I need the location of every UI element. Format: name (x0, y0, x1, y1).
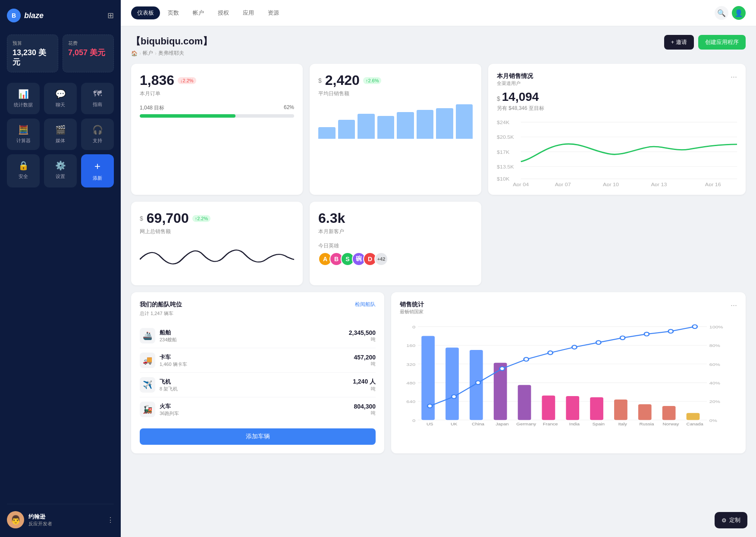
avg-sales-label: 平均日销售额 (318, 90, 473, 97)
svg-text:Germany: Germany (516, 422, 536, 427)
wave-svg (140, 242, 294, 277)
svg-text:Japan: Japan (496, 422, 508, 427)
search-button[interactable]: 🔍 (715, 6, 728, 20)
avg-sales-card: $ 2,420 ↑2.6% 平均日销售额 (310, 64, 481, 195)
tab-dashboard[interactable]: 仪表板 (131, 6, 160, 19)
svg-text:40%: 40% (709, 381, 720, 385)
orders-progress-bar (140, 114, 294, 118)
svg-text:Apr 16: Apr 16 (705, 182, 721, 186)
fleet-item-left: 🚢 船舶 234艘船 (140, 328, 177, 343)
stats-row-2: $ 69,700 ↑2.2% 网上总销售额 6.3k 本月新客户 (131, 202, 746, 285)
bar-mini (436, 108, 453, 139)
sidebar-item-settings[interactable]: ⚙️ 设置 (44, 154, 77, 187)
orders-label: 本月订单 (140, 90, 294, 97)
sidebar-settings-icon[interactable]: ⊞ (107, 11, 114, 20)
heroes-label: 今日英雄 (318, 242, 473, 250)
sidebar-item-chat[interactable]: 💬 聊天 (44, 83, 77, 114)
sales-stats-card: 销售统计 最畅销国家 ··· 0%020%64040%48060%32080%1… (391, 292, 746, 453)
fleet-add-button[interactable]: 添加车辆 (140, 428, 376, 445)
svg-text:480: 480 (406, 381, 415, 385)
sidebar-item-add[interactable]: + 添新 (81, 154, 114, 187)
create-app-button[interactable]: 创建应用程序 (698, 35, 746, 50)
fleet-item-icon: 🚂 (140, 402, 155, 417)
fleet-link[interactable]: 检阅船队 (355, 301, 376, 309)
svg-rect-47 (590, 397, 603, 420)
fleet-item-icon: 🚢 (140, 328, 155, 343)
svg-text:$17K: $17K (497, 150, 510, 155)
sidebar-item-media[interactable]: 🎬 媒体 (44, 119, 77, 150)
sidebar-item-stats[interactable]: 📊 统计数据 (7, 83, 40, 114)
sales-stats-more[interactable]: ··· (731, 301, 737, 320)
svg-text:Spain: Spain (593, 422, 605, 427)
svg-text:$10K: $10K (497, 177, 510, 181)
tab-resources[interactable]: 资源 (262, 6, 285, 19)
calculator-icon: 🧮 (18, 125, 29, 135)
expenses-card: 花费 7,057 美元 (63, 34, 114, 72)
fleet-items: 🚢 船舶 234艘船 2,345,500 吨 🚚 卡车 1,460 辆卡车 45… (140, 324, 376, 421)
tab-apps[interactable]: 应用 (237, 6, 260, 19)
avg-sales-badge: ↑2.6% (363, 77, 382, 84)
fleet-item-right: 457,200 吨 (354, 354, 376, 367)
fleet-item-right: 804,300 吨 (354, 403, 376, 416)
invite-button[interactable]: + 邀请 (664, 35, 694, 50)
fleet-item-sub: 234艘船 (160, 337, 177, 343)
monthly-sales-header: 本月销售情况 全渠道用户 ··· (497, 72, 737, 87)
breadcrumb-current: 奥弗维耶夫 (158, 50, 184, 57)
svg-rect-51 (638, 404, 652, 420)
monthly-sales-more[interactable]: ··· (731, 72, 737, 81)
monthly-sales-header-left: 本月销售情况 全渠道用户 (497, 72, 533, 87)
breadcrumb: 🏠 › 帐户 › 奥弗维耶夫 (131, 50, 212, 57)
tab-auth[interactable]: 授权 (212, 6, 235, 19)
heroes-section: 今日英雄 ABS碗D+42 (318, 242, 473, 266)
sidebar-bottom: 👨 约翰逊 反应开发者 ⋮ (7, 504, 114, 528)
svg-text:80%: 80% (709, 343, 720, 348)
fleet-item-info: 火车 36跑列车 (160, 403, 179, 417)
page-actions: + 邀请 创建应用程序 (664, 35, 746, 50)
svg-rect-39 (494, 363, 507, 420)
tab-pages[interactable]: 页数 (162, 6, 185, 19)
fleet-item-right: 2,345,500 吨 (349, 329, 376, 343)
fleet-item-unit: 吨 (354, 361, 376, 367)
avg-sales-header: $ 2,420 ↑2.6% (318, 72, 473, 88)
sidebar-item-calculator[interactable]: 🧮 计算器 (7, 119, 40, 150)
sales-stats-svg: 0%020%64040%48060%32080%160100%0USUKChin… (400, 322, 737, 434)
svg-point-64 (596, 340, 601, 344)
monthly-sales-card: 本月销售情况 全渠道用户 ··· $ 14,094 另有 $48,346 至目标 (488, 64, 746, 195)
avg-sales-value: 2,420 (325, 72, 360, 88)
fleet-item-value: 804,300 (354, 403, 376, 410)
orders-pct: 62% (284, 104, 294, 112)
stats-label: 统计数据 (14, 102, 33, 108)
orders-value: 1,836 (140, 72, 174, 88)
fleet-item-name: 卡车 (160, 353, 187, 361)
user-menu-icon[interactable]: ⋮ (107, 516, 114, 524)
customize-button[interactable]: ⚙ 定制 (715, 512, 747, 528)
sidebar-item-security[interactable]: 🔒 安全 (7, 154, 40, 187)
sidebar-item-support[interactable]: 🎧 支持 (81, 119, 114, 150)
svg-point-68 (693, 325, 697, 329)
fleet-item-info: 船舶 234艘船 (160, 329, 177, 343)
svg-text:Apr 13: Apr 13 (651, 182, 667, 186)
expenses-value: 7,057 美元 (68, 48, 108, 58)
add-label: 添新 (93, 175, 102, 181)
tab-accounts[interactable]: 帐户 (187, 6, 210, 19)
guide-icon: 🗺 (93, 89, 102, 99)
svg-text:$24K: $24K (497, 120, 510, 125)
svg-text:100%: 100% (709, 325, 723, 329)
svg-point-62 (548, 351, 553, 355)
bottom-row: 我们的船队吨位 检阅船队 总计 1,247 辆车 🚢 船舶 234艘船 2,34… (131, 292, 746, 453)
support-label: 支持 (93, 137, 102, 144)
breadcrumb-accounts: 帐户 (143, 50, 153, 57)
budget-cards: 预算 13,230 美元 花费 7,057 美元 (7, 34, 114, 72)
svg-point-63 (572, 345, 577, 349)
svg-text:Apr 10: Apr 10 (603, 182, 619, 186)
user-profile-button[interactable]: 👤 (732, 6, 746, 20)
logo-mark: B blaze (7, 9, 44, 22)
page-title: 【biqubiqu.com】 (131, 35, 212, 48)
sidebar-item-guide[interactable]: 🗺 指南 (81, 83, 114, 114)
logo-text: blaze (24, 11, 44, 20)
sales-stats-header: 销售统计 最畅销国家 ··· (400, 301, 737, 320)
orders-card: 1,836 ↓2.2% 本月订单 1,048 目标 62% (131, 64, 303, 195)
bar-mini (417, 110, 434, 139)
sidebar: B blaze ⊞ 预算 13,230 美元 花费 7,057 美元 📊 统计数… (0, 0, 121, 537)
monthly-prefix: $ (497, 95, 500, 102)
